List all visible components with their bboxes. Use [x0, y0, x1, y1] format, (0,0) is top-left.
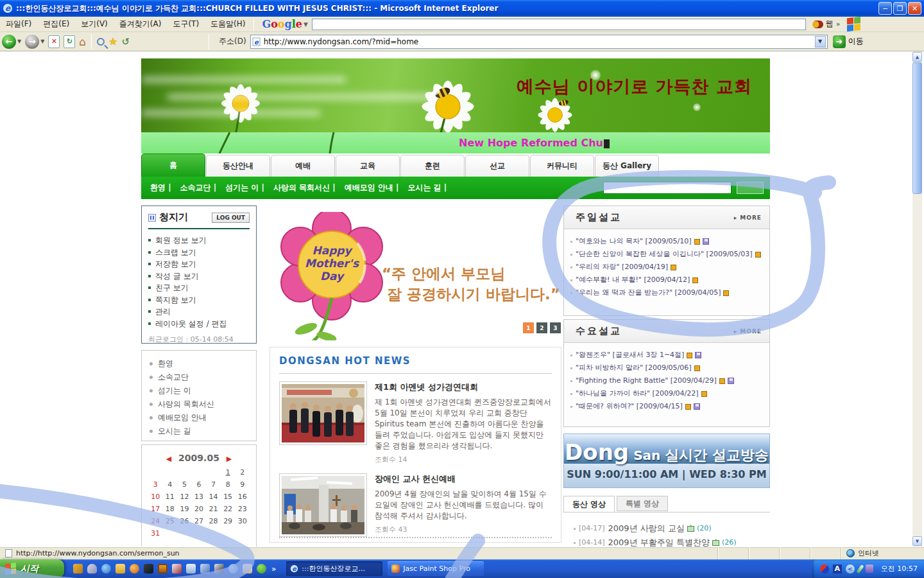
video-link[interactable]: [04-14] 2009년 부활주일 특별찬양 (26) [572, 536, 764, 547]
news-title[interactable]: 제1회 아멘넷 성가경연대회 [375, 381, 552, 393]
member-link-admin[interactable]: 관리 [148, 306, 250, 318]
calendar-day[interactable]: 7 [206, 480, 221, 489]
member-link-scrap[interactable]: 스크랩 보기 [148, 247, 250, 259]
quicklaunch-icon[interactable] [87, 564, 97, 574]
home-button[interactable]: ⌂ [79, 35, 86, 48]
calendar-day[interactable]: 12 [177, 493, 192, 501]
close-button[interactable]: ✕ [908, 2, 921, 15]
menu-file[interactable]: 파일(F) [0, 17, 37, 31]
quicklaunch-icon[interactable] [73, 564, 83, 574]
taskbar-window-ie[interactable]: e :::한인동산장로교... [286, 561, 382, 576]
calendar-day[interactable]: 10 [148, 493, 163, 501]
quick-link-denomination[interactable]: 소속교단 [150, 371, 248, 384]
calendar-day[interactable]: 11 [163, 493, 178, 501]
tab-worship[interactable]: 예배 [271, 155, 335, 177]
sermon-link[interactable]: "왕젠조우" [골로새서 3장 1~4절] [569, 349, 764, 362]
tab-home[interactable]: 홈 [141, 153, 205, 177]
calendar-day[interactable]: 1 [221, 468, 235, 477]
logout-button[interactable]: LOG OUT [212, 213, 250, 223]
history-button[interactable]: ↺ [121, 36, 130, 48]
member-link-friends[interactable]: 친구 보기 [148, 282, 250, 294]
forward-button[interactable]: →▼ [25, 35, 44, 49]
quicklaunch-icon[interactable] [101, 564, 111, 574]
site-search-button[interactable] [737, 182, 764, 194]
vertical-scrollbar[interactable]: ▲ ▼ [912, 51, 922, 547]
quicklaunch-icon[interactable] [158, 564, 167, 574]
favorites-button[interactable]: ★ [108, 35, 117, 48]
calendar-next-icon[interactable]: ▶ [227, 455, 232, 463]
google-dropdown-icon[interactable]: ▼ [304, 21, 308, 28]
subnav-welcome[interactable]: 환영 | [150, 182, 171, 193]
subnav-denomination[interactable]: 소속교단 | [180, 182, 217, 193]
calendar-day[interactable]: 20 [192, 505, 207, 513]
ime-a-icon[interactable]: A [833, 565, 842, 574]
calendar-day[interactable]: 29 [221, 517, 235, 525]
tab-dongsan-video[interactable]: 동산 영상 [563, 496, 615, 512]
calendar-day[interactable]: 21 [206, 505, 221, 513]
sermon-link[interactable]: "여호와는 나의 목자" [2009/05/10] [569, 235, 764, 248]
tab-education[interactable]: 교육 [336, 155, 400, 177]
subnav-servants[interactable]: 섬기는 이 | [225, 182, 264, 193]
calendar-day[interactable]: 15 [221, 493, 235, 501]
news-item[interactable]: 장애인 교사 헌신예배 2009년 4월 장애인의 날을 맞이하여 4월 15일… [279, 473, 552, 537]
pager-2[interactable]: 2 [536, 322, 547, 333]
sermon-link[interactable]: "Fighting the Right Battle" [2009/04/29] [569, 374, 764, 387]
member-link-info[interactable]: 회원 정보 보기 [148, 234, 250, 247]
google-web-label[interactable]: 웹 [826, 19, 834, 30]
quicklaunch-icon[interactable] [228, 564, 238, 574]
sermon-link[interactable]: "우리는 왜 떡과 잔을 받는가?" [2009/04/05] [569, 286, 764, 299]
stop-button[interactable]: ✕ [48, 35, 60, 48]
calendar-day[interactable]: 5 [177, 480, 192, 489]
quick-link-services[interactable]: 예배모임 안내 [150, 411, 248, 425]
calendar-day[interactable]: 23 [235, 505, 250, 513]
google-search-input[interactable] [312, 19, 806, 30]
member-link-posts[interactable]: 작성 글 보기 [148, 270, 250, 283]
calendar-day[interactable]: 13 [192, 493, 207, 501]
calendar-day[interactable]: 26 [177, 517, 192, 525]
subnav-letter[interactable]: 사랑의 목회서신 | [273, 182, 336, 193]
sermon-link[interactable]: "때문에? 위하여?" [2009/04/15] [569, 400, 764, 413]
taskbar-window-psp[interactable]: Jasc Paint Shop Pro [388, 561, 484, 576]
scroll-down-icon[interactable]: ▼ [912, 536, 922, 546]
sermon-link[interactable]: "예수부활! 내 부활!" [2009/04/12] [569, 274, 764, 286]
back-button[interactable]: ←▼ [2, 35, 21, 49]
menu-favorites[interactable]: 즐겨찾기(A) [114, 17, 167, 31]
tab-community[interactable]: 커뮤니티 [530, 155, 594, 177]
menu-help[interactable]: 도움말(H) [205, 17, 251, 31]
tab-special-video[interactable]: 특별 영상 [617, 496, 668, 511]
calendar-day[interactable]: 8 [221, 480, 235, 489]
refresh-button[interactable]: ↻ [64, 35, 75, 48]
quicklaunch-icon[interactable] [186, 564, 196, 574]
calendar-day[interactable]: 16 [235, 493, 250, 501]
quick-link-servants[interactable]: 섬기는 이 [150, 384, 248, 398]
menu-tools[interactable]: 도구(T) [167, 17, 205, 31]
calendar-day[interactable]: 22 [221, 505, 235, 513]
tab-mission[interactable]: 선교 [465, 155, 529, 177]
quicklaunch-icon[interactable] [200, 564, 210, 574]
more-link[interactable]: ▸ MORE [734, 215, 762, 221]
calendar-day[interactable]: 28 [206, 517, 221, 525]
tab-gallery[interactable]: 동산 Gallery [595, 155, 659, 177]
member-link-layout[interactable]: 레이아웃 설정 / 편집 [148, 318, 250, 330]
quick-link-letter[interactable]: 사랑의 목회서신 [150, 398, 248, 411]
quicklaunch-icon[interactable] [130, 564, 139, 574]
more-link[interactable]: ▸ MORE [734, 328, 762, 335]
broadcast-banner[interactable]: Dong San 실시간 설교방송 SUN 9:00/11:00 AM | WE… [563, 434, 770, 488]
menu-view[interactable]: 보기(V) [75, 17, 114, 31]
site-search-input[interactable] [603, 182, 732, 194]
search-button-toolbar[interactable] [97, 38, 105, 46]
ime-ball-icon[interactable] [820, 565, 829, 574]
google-logo[interactable]: Google [262, 18, 302, 30]
calendar-day[interactable]: 2 [235, 468, 250, 477]
calendar-day[interactable]: 6 [192, 480, 207, 489]
minimize-button[interactable]: ─ [878, 2, 892, 15]
google-toolbar-icon[interactable] [812, 21, 823, 28]
quick-link-welcome[interactable]: 환영 [150, 357, 248, 371]
quick-link-directions[interactable]: 오시는 길 [150, 425, 248, 438]
member-link-saved[interactable]: 저장함 보기 [148, 258, 250, 270]
pager-3[interactable]: 3 [550, 322, 561, 333]
sermon-link[interactable]: "하나님을 가까이 하라" [2009/04/22] [569, 387, 764, 400]
calendar-day[interactable]: 3 [148, 480, 163, 489]
video-link[interactable]: [04-17] 2009년 사랑의 교실 (20) [572, 521, 764, 536]
subnav-directions[interactable]: 오시는 길 | [407, 182, 447, 193]
